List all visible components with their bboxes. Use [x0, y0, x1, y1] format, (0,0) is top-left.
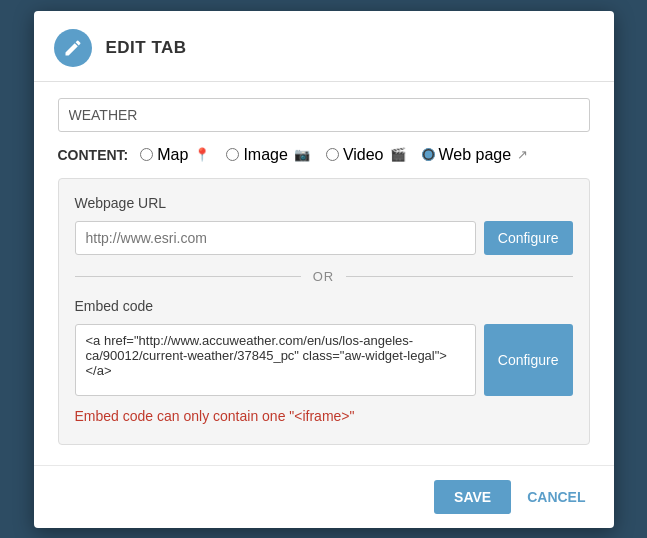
- modal-title: EDIT TAB: [106, 38, 187, 58]
- pencil-icon: [54, 29, 92, 67]
- or-line-left: [75, 276, 301, 277]
- overlay: EDIT TAB CONTENT: Map 📍 Image 📷 Video: [0, 0, 647, 538]
- map-icon: 📍: [194, 147, 210, 162]
- content-label: CONTENT:: [58, 147, 129, 163]
- or-line-right: [346, 276, 572, 277]
- or-divider: OR: [75, 269, 573, 284]
- configure-embed-button[interactable]: Configure: [484, 324, 573, 396]
- edit-tab-modal: EDIT TAB CONTENT: Map 📍 Image 📷 Video: [34, 11, 614, 528]
- embed-row: <a href="http://www.accuweather.com/en/u…: [75, 324, 573, 396]
- configure-url-button[interactable]: Configure: [484, 221, 573, 255]
- radio-image-label: Image: [243, 146, 287, 164]
- save-button[interactable]: SAVE: [434, 480, 511, 514]
- external-link-icon: ↗: [517, 147, 528, 162]
- modal-header: EDIT TAB: [34, 11, 614, 82]
- embed-label: Embed code: [75, 298, 573, 314]
- url-input[interactable]: [75, 221, 476, 255]
- webpage-section: Webpage URL Configure OR Embed code <a h…: [58, 178, 590, 445]
- radio-map[interactable]: [140, 148, 153, 161]
- radio-webpage-label: Web page: [439, 146, 512, 164]
- error-message: Embed code can only contain one "<iframe…: [75, 408, 573, 424]
- or-text: OR: [313, 269, 335, 284]
- embed-textarea[interactable]: <a href="http://www.accuweather.com/en/u…: [75, 324, 476, 396]
- radio-option-webpage[interactable]: Web page ↗: [422, 146, 529, 164]
- video-icon: 🎬: [390, 147, 406, 162]
- url-label: Webpage URL: [75, 195, 573, 211]
- radio-image[interactable]: [226, 148, 239, 161]
- image-icon: 📷: [294, 147, 310, 162]
- radio-option-map[interactable]: Map 📍: [140, 146, 210, 164]
- tab-name-input[interactable]: [58, 98, 590, 132]
- radio-option-video[interactable]: Video 🎬: [326, 146, 406, 164]
- modal-footer: SAVE CANCEL: [34, 465, 614, 528]
- content-type-row: CONTENT: Map 📍 Image 📷 Video 🎬: [58, 146, 590, 164]
- radio-video[interactable]: [326, 148, 339, 161]
- url-row: Configure: [75, 221, 573, 255]
- radio-option-image[interactable]: Image 📷: [226, 146, 309, 164]
- radio-map-label: Map: [157, 146, 188, 164]
- modal-body: CONTENT: Map 📍 Image 📷 Video 🎬: [34, 82, 614, 465]
- radio-webpage[interactable]: [422, 148, 435, 161]
- radio-video-label: Video: [343, 146, 384, 164]
- cancel-button[interactable]: CANCEL: [523, 480, 589, 514]
